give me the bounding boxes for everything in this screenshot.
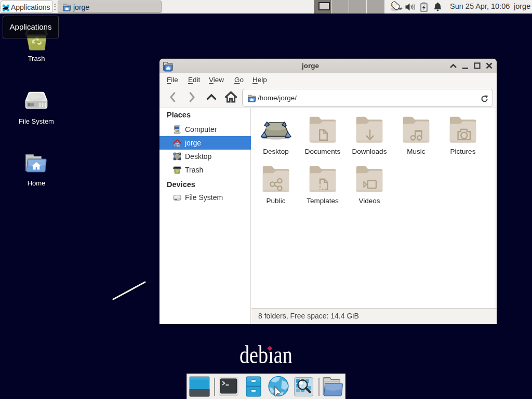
- svg-text:debıan: debıan: [240, 341, 292, 369]
